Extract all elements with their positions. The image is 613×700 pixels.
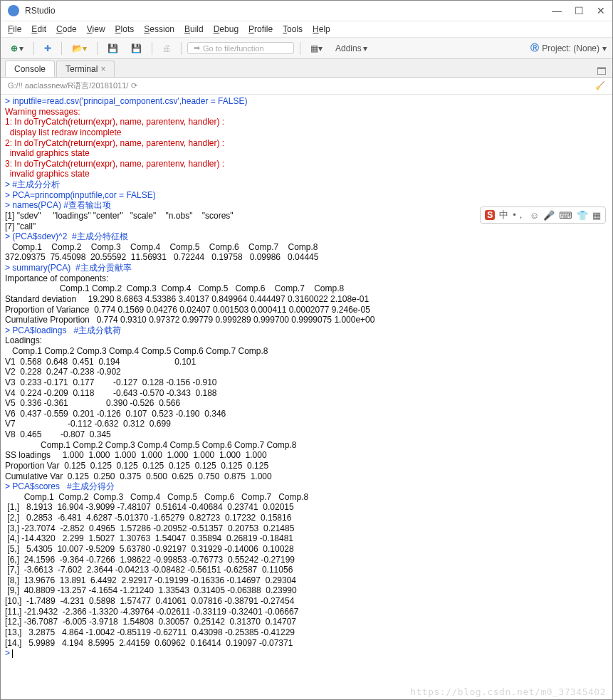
console-line: > PCA=princomp(inputfile,cor = FALSE) [5,190,608,201]
save-all-button[interactable]: 💾 [127,42,146,55]
divider [97,42,98,55]
clear-console-icon[interactable]: 🧹 [595,81,605,90]
print-button[interactable]: 🖨 [158,42,175,55]
console-output[interactable]: > inputfile=read.csv('principal_componen… [1,95,612,663]
console-line: 2: In doTryCatch(return(expr), name, par… [5,138,608,149]
console-line: [13,] 3.2875 4.864 -1.0042 -0.85119 -0.6… [5,627,608,638]
menu-bar: File Edit Code View Plots Session Build … [1,21,612,38]
menu-code[interactable]: Code [56,24,77,34]
console-line: [1,] 8.1913 16.904 -3.9099 -7.48107 0.51… [5,502,608,513]
console-line: Comp.1 Comp.2 Comp.3 Comp.4 Comp.5 Comp.… [5,492,608,503]
console-line: 1: In doTryCatch(return(expr), name, par… [5,117,608,127]
ime-face-icon[interactable]: ☺ [530,210,539,221]
console-line: [10,] -1.7489 -4.231 0.5898 1.57477 0.41… [5,596,608,607]
close-icon[interactable]: × [100,64,105,74]
console-line: SS loadings 1.000 1.000 1.000 1.000 1.00… [5,450,608,461]
panel-tabs: Console Terminal× 🗖 [1,59,612,78]
divider [152,42,152,55]
tab-terminal[interactable]: Terminal× [56,61,115,77]
close-button[interactable]: ✕ [597,5,605,16]
console-line: Comp.1 Comp.2 Comp.3 Comp.4 Comp.5 Comp.… [5,283,608,294]
maximize-button[interactable]: ☐ [575,5,584,16]
console-line: > PCA$loadings #主成分载荷 [5,325,608,336]
divider [300,42,300,55]
minimize-button[interactable]: — [552,5,562,16]
watermark: https://blog.csdn.net/m0_37345402 [410,686,606,697]
grid-button[interactable]: ▦▾ [306,42,327,55]
ime-skin-icon[interactable]: 👕 [577,210,588,221]
console-line: Comp.1 Comp.2 Comp.3 Comp.4 Comp.5 Comp.… [5,242,608,253]
ime-mic-icon[interactable]: 🎤 [543,210,555,221]
console-line: V6 0.437 -0.559 0.201 -0.126 0.107 0.523… [5,409,608,419]
ime-keyboard-icon[interactable]: ⌨ [559,210,572,221]
ime-toolbar[interactable]: S 中 •， ☺ 🎤 ⌨ 👕 ▦ [480,207,606,224]
divider [181,42,182,55]
console-path-bar: G:/!! aaclassnew/R语言/20181011/ ⟳ 🧹 [1,78,612,95]
console-line: V5 0.336 -0.361 0.390 -0.526 0.566 [5,398,608,409]
console-line: Proportion Var 0.125 0.125 0.125 0.125 0… [5,461,608,471]
save-button[interactable]: 💾 [103,42,122,55]
console-line: Warning messages: [5,107,608,117]
console-line: Comp.1 Comp.2 Comp.3 Comp.4 Comp.5 Comp.… [5,346,608,357]
ime-grid-icon[interactable]: ▦ [592,210,601,221]
console-line: > inputfile=read.csv('principal_componen… [5,96,608,107]
console-line: V4 0.224 -0.209 0.118 -0.643 -0.570 -0.3… [5,388,608,399]
console-line: [5,] 5.4305 10.007 -9.5209 5.63780 -0.92… [5,544,608,555]
pane-maximize-icon[interactable]: 🗖 [597,66,607,77]
console-line: [4,] -14.4320 2.299 1.5027 1.30763 1.540… [5,533,608,544]
console-line: Proportion of Variance 0.774 0.1569 0.04… [5,305,608,315]
console-line: [9,] 40.8809 -13.257 -4.1654 -1.21240 1.… [5,585,608,596]
console-line: [11,] -21.9432 -2.366 -1.3320 -4.39764 -… [5,607,608,617]
console-line: [12,] -36.7087 -6.005 -3.9718 1.54808 0.… [5,617,608,627]
console-line: Loadings: [5,335,608,346]
arrow-icon: ➡ [194,43,200,53]
menu-plots[interactable]: Plots [115,24,135,34]
refresh-icon[interactable]: ⟳ [131,81,137,90]
cursor [12,649,13,658]
menu-session[interactable]: Session [144,24,174,34]
addins-button[interactable]: Addins ▾ [331,42,372,55]
console-line: > (PCA$sdev)^2 #主成分特征根 [5,231,608,242]
console-line: V1 0.568 0.648 0.451 0.194 0.101 [5,357,608,367]
console-line: Cumulative Var 0.125 0.250 0.375 0.500 0… [5,471,608,482]
ime-lang[interactable]: 中 [499,209,508,221]
new-file-button[interactable]: ⊕▾ [6,42,28,55]
working-dir: G:/!! aaclassnew/R语言/20181011/ [8,80,128,91]
console-line: > summary(PCA) #主成分贡献率 [5,263,608,273]
menu-view[interactable]: View [87,24,105,34]
divider [61,42,62,55]
menu-edit[interactable]: Edit [31,24,46,34]
console-line: [2,] 0.2853 -6.481 4.6287 -5.01370 -1.65… [5,513,608,523]
title-bar: RStudio — ☐ ✕ [1,1,612,21]
new-project-button[interactable]: ✚ [40,42,56,55]
toolbar: ⊕▾ ✚ 📂▾ 💾 💾 🖨 ➡ Go to file/function ▦▾ A… [1,38,612,59]
console-line: Comp.1 Comp.2 Comp.3 Comp.4 Comp.5 Comp.… [5,440,608,451]
goto-file-input[interactable]: ➡ Go to file/function [187,42,294,54]
console-line: 3: In doTryCatch(return(expr), name, par… [5,159,608,169]
open-button[interactable]: 📂▾ [68,42,91,55]
menu-build[interactable]: Build [184,24,204,34]
menu-file[interactable]: File [8,24,21,34]
console-line: invalid graphics state [5,148,608,159]
sogou-icon: S [485,210,495,220]
menu-tools[interactable]: Tools [283,24,303,34]
menu-debug[interactable]: Debug [214,24,239,34]
console-line: [3,] -23.7074 -2.852 0.4965 1.57286 -0.2… [5,523,608,534]
console-line: [7,] -3.6613 -7.602 2.3644 -0.04213 -0.0… [5,565,608,575]
console-line: V3 0.233 -0.171 0.177 -0.127 0.128 -0.15… [5,377,608,388]
project-menu[interactable]: Ⓡ Project: (None) ▾ [530,42,607,54]
rstudio-icon [8,5,19,16]
console-line: display list redraw incomplete [5,127,608,138]
console-line: > [5,648,608,659]
menu-profile[interactable]: Profile [248,24,273,34]
console-line: Importance of components: [5,273,608,284]
console-line: Standard deviation 19.290 8.6863 4.53386… [5,294,608,305]
console-line: [8,] 13.9676 13.891 6.4492 2.92917 -0.19… [5,575,608,586]
ime-punct-icon[interactable]: •， [513,209,525,221]
console-line: V7 -0.112 -0.632 0.312 0.699 [5,419,608,429]
console-line: [14,] 5.9989 4.194 8.5995 2.44159 0.6096… [5,638,608,649]
menu-help[interactable]: Help [313,24,330,34]
tab-console[interactable]: Console [5,61,55,77]
console-line: > PCA$scores #主成分得分 [5,481,608,492]
console-line: [6,] 24.1596 -9.364 -0.7266 1.98622 -0.9… [5,555,608,565]
